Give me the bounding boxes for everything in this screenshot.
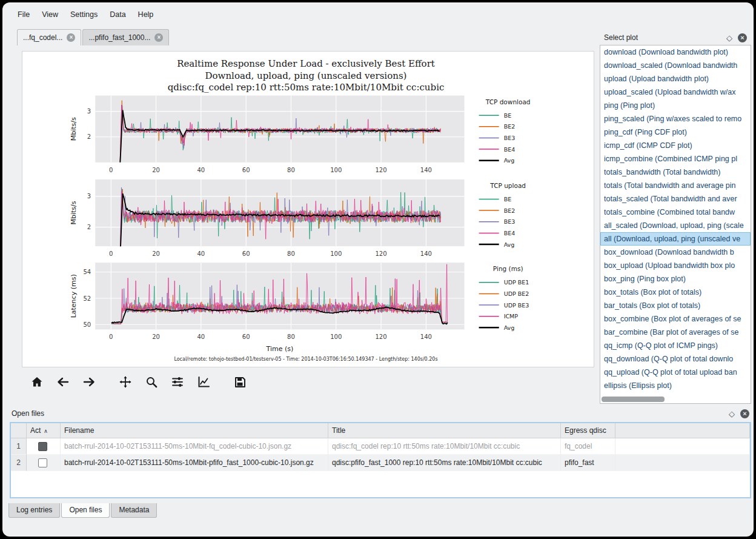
column-header-egress[interactable]: Egress qdisc	[561, 423, 615, 438]
filler-cell	[615, 438, 750, 455]
dock-close-button[interactable]: ×	[738, 33, 747, 42]
legend-entry: BE2	[504, 123, 516, 130]
svg-text:52: 52	[83, 295, 91, 302]
plot-list-item[interactable]: download (Download bandwidth plot)	[600, 45, 751, 59]
title-cell: qdisc:fq_codel rep:10 rtt:50ms rate:10Mb…	[328, 438, 561, 455]
svg-text:0: 0	[109, 250, 113, 257]
home-button[interactable]	[30, 375, 44, 389]
plot-list-item[interactable]: all_scaled (Download, upload, ping (scal…	[600, 219, 751, 232]
horizontal-scrollbar[interactable]	[602, 397, 665, 402]
plot-list-item[interactable]: all (Download, upload, ping (unscaled ve	[600, 232, 751, 246]
plot-tab-bar: ...fq_codel...×...pfifo_fast_1000...×	[17, 29, 169, 45]
plot-list-item[interactable]: ping (Ping plot)	[600, 99, 751, 112]
plot-list-item[interactable]: box_ping (Ping box plot)	[600, 272, 751, 286]
plot-list-item[interactable]: download_scaled (Download bandwidth	[600, 59, 751, 72]
legend-entry: ICMP	[504, 313, 519, 320]
legend-entry: BE	[504, 112, 512, 119]
svg-text:20: 20	[152, 167, 160, 173]
column-header-title[interactable]: Title	[328, 423, 561, 438]
back-button[interactable]	[56, 375, 70, 389]
menu-file[interactable]: File	[12, 8, 35, 21]
plot-list-item[interactable]: qq_icmp (Q-Q plot of ICMP pings)	[600, 339, 751, 352]
svg-text:50: 50	[83, 321, 91, 328]
plot-list-item[interactable]: box_upload (Upload bandwidth box plo	[600, 259, 751, 272]
legend-entry: BE3	[504, 135, 516, 141]
table-row[interactable]: 1batch-rrul-2014-10-02T153111-50ms-10Mbi…	[11, 438, 750, 455]
plot-list-item[interactable]: upload_scaled (Upload bandwidth w/ax	[600, 85, 751, 99]
plot-list-item[interactable]: totals_scaled (Total bandwidth and aver	[600, 192, 751, 206]
subplots-button[interactable]	[171, 375, 184, 389]
forward-button[interactable]	[82, 375, 96, 389]
plot-list-item[interactable]: upload (Upload bandwidth plot)	[600, 72, 751, 85]
svg-text:80: 80	[287, 167, 295, 173]
column-header-filename[interactable]: Filename	[61, 423, 328, 438]
select-plot-dock-titlebar: Select plot ◇ ×	[600, 30, 751, 45]
svg-text:20: 20	[152, 250, 160, 257]
bottom-tab-open-files[interactable]: Open files	[61, 503, 110, 518]
svg-text:100: 100	[330, 333, 342, 340]
plot-list-item[interactable]: icmp_combine (Combined ICMP ping pl	[600, 152, 751, 166]
menu-bar: FileViewSettingsDataHelp	[12, 7, 159, 22]
bottom-tab-metadata[interactable]: Metadata	[111, 503, 157, 518]
legend-entry: UDP BE2	[504, 290, 529, 297]
legend-entry: UDP BE1	[504, 279, 529, 286]
bottom-tab-bar: Log entriesOpen filesMetadata	[8, 503, 157, 518]
table-row[interactable]: 2batch-rrul-2014-10-02T153111-50ms-10Mbi…	[11, 455, 750, 471]
plot-list-item[interactable]: totals (Total bandwidth and average pin	[600, 179, 751, 192]
svg-text:40: 40	[197, 167, 205, 173]
svg-text:140: 140	[420, 250, 432, 257]
activate-checkbox[interactable]	[38, 442, 47, 451]
tab-close-icon[interactable]: ×	[67, 33, 75, 42]
svg-text:140: 140	[420, 333, 432, 340]
save-button[interactable]	[233, 375, 247, 389]
svg-text:2: 2	[87, 224, 91, 230]
zoom-button[interactable]	[145, 375, 158, 389]
svg-text:0: 0	[109, 333, 113, 340]
plot-tab-0[interactable]: ...fq_codel...×	[17, 29, 81, 45]
egress-cell: pfifo_fast	[561, 455, 615, 471]
dock-float-button[interactable]: ◇	[726, 33, 732, 42]
axes-background	[95, 263, 464, 329]
plot-list-item[interactable]: box_download (Download bandwidth b	[600, 246, 751, 259]
plot-list-item[interactable]: bar_totals (Box plot of totals)	[600, 299, 751, 312]
tab-label: ...fq_codel...	[23, 33, 62, 42]
plot-list-item[interactable]: icmp_cdf (ICMP CDF plot)	[600, 139, 751, 152]
customize-button[interactable]	[197, 375, 210, 389]
legend-entry: Avg	[504, 241, 515, 248]
menu-settings[interactable]: Settings	[65, 8, 103, 21]
plot-canvas[interactable]: Realtime Response Under Load - exclusive…	[22, 51, 594, 367]
bottom-tab-log-entries[interactable]: Log entries	[8, 503, 60, 518]
open-files-table: Act∧FilenameTitleEgress qdisc1batch-rrul…	[10, 422, 751, 498]
pan-button[interactable]	[119, 375, 132, 389]
plot-list-item[interactable]: qq_upload (Q-Q plot of total upload ban	[600, 366, 751, 379]
plot-list-item[interactable]: box_totals (Box plot of totals)	[600, 286, 751, 299]
plot-list-item[interactable]: totals_combine (Combined total bandw	[600, 206, 751, 219]
menu-data[interactable]: Data	[104, 8, 131, 21]
menu-view[interactable]: View	[36, 8, 64, 21]
tab-close-icon[interactable]: ×	[154, 33, 163, 42]
activate-checkbox[interactable]	[38, 458, 47, 467]
legend-entry: BE3	[504, 218, 516, 225]
plot-list-item[interactable]: ping_cdf (Ping CDF plot)	[600, 126, 751, 139]
svg-text:60: 60	[242, 250, 250, 257]
plot-list-item[interactable]: bar_combine (Bar plot of averages of se	[600, 326, 751, 339]
plot-tab-1[interactable]: ...pfifo_fast_1000...×	[82, 29, 169, 45]
svg-text:40: 40	[197, 250, 205, 257]
plot-list-item[interactable]: qq_download (Q-Q plot of total downlo	[600, 352, 751, 366]
filename-cell: batch-rrul-2014-10-02T153111-50ms-10Mbit…	[61, 438, 328, 455]
column-header-act[interactable]: Act∧	[27, 423, 61, 438]
plot-list-item[interactable]: box_combine (Box plot of averages of se	[600, 312, 751, 326]
plot-list-item[interactable]: ellipsis (Ellipsis plot)	[600, 379, 751, 392]
menu-help[interactable]: Help	[133, 8, 159, 21]
dock-float-button[interactable]: ◇	[729, 409, 735, 418]
act-cell	[27, 438, 61, 455]
legend-entry: UDP BE3	[504, 302, 529, 309]
dock-close-button[interactable]: ×	[740, 409, 749, 418]
filler-cell	[615, 455, 750, 471]
plot-list-item[interactable]: totals_bandwidth (Total bandwidth)	[600, 166, 751, 179]
svg-text:60: 60	[242, 167, 250, 173]
plot-list-item[interactable]: ping_scaled (Ping w/axes scaled to remo	[600, 112, 751, 126]
svg-text:140: 140	[420, 167, 432, 173]
zoom-icon	[145, 375, 158, 389]
y-axis-label: Mbits/s	[70, 117, 78, 141]
